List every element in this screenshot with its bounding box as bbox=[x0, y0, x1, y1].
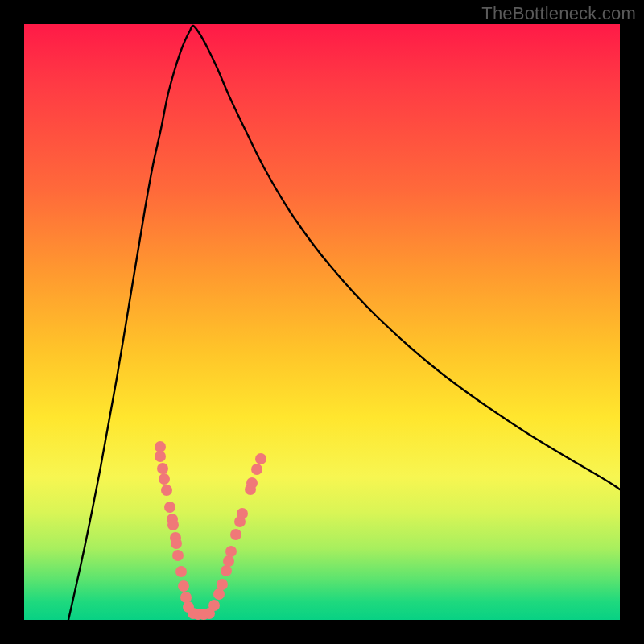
data-point-dot bbox=[221, 565, 232, 576]
dot-cluster-group bbox=[155, 441, 266, 620]
data-point-dot bbox=[251, 464, 262, 475]
data-point-dot bbox=[246, 477, 258, 489]
data-point-dot bbox=[217, 579, 228, 590]
data-point-dot bbox=[155, 451, 166, 462]
watermark-text: TheBottleneck.com bbox=[481, 3, 636, 24]
curve-group bbox=[68, 26, 620, 620]
data-point-dot bbox=[175, 566, 187, 577]
data-point-dot bbox=[159, 473, 170, 485]
data-point-dot bbox=[213, 588, 225, 600]
data-point-dot bbox=[157, 463, 168, 474]
data-point-dot bbox=[255, 453, 266, 464]
data-point-dot bbox=[223, 555, 234, 567]
data-point-dot bbox=[208, 600, 220, 611]
data-point-dot bbox=[172, 550, 184, 561]
data-point-dot bbox=[167, 519, 179, 530]
bottleneck-curve bbox=[68, 26, 620, 620]
data-point-dot bbox=[171, 538, 182, 549]
data-point-dot bbox=[237, 508, 248, 519]
data-point-dot bbox=[164, 502, 175, 513]
bottleneck-curve-svg bbox=[24, 24, 620, 620]
data-point-dot bbox=[225, 546, 237, 557]
data-point-dot bbox=[230, 529, 242, 540]
chart-frame: TheBottleneck.com bbox=[0, 0, 644, 644]
data-point-dot bbox=[155, 441, 166, 452]
data-point-dot bbox=[161, 485, 172, 496]
data-point-dot bbox=[178, 580, 189, 592]
data-point-dot bbox=[180, 592, 192, 603]
plot-area bbox=[24, 24, 620, 620]
